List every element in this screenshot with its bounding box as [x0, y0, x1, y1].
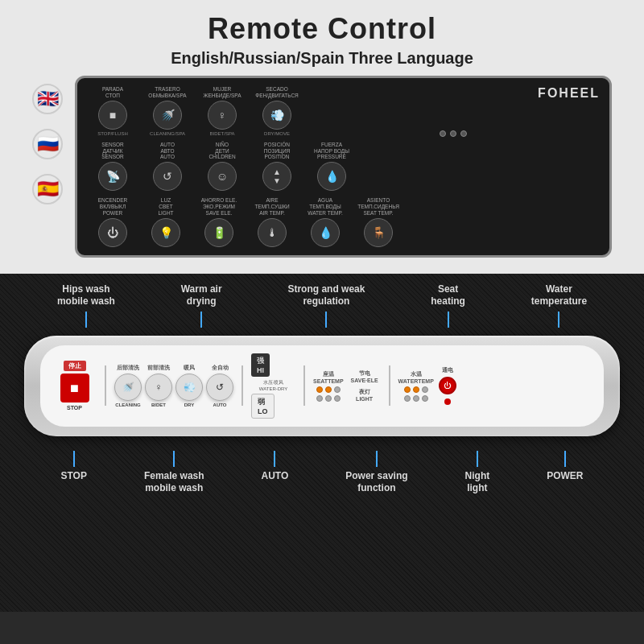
- seat-dots: [316, 386, 341, 402]
- btn-pressure[interactable]: FUERZAНАПОР ВОДЫPRESSURE 💧: [308, 142, 356, 192]
- bottom-section: Hips washmobile wash Warm airdrying Stro…: [0, 274, 644, 612]
- label-strong-weak: Strong and weakregulation: [287, 283, 365, 328]
- label-hips-wash: Hips washmobile wash: [57, 283, 115, 328]
- stop-button[interactable]: ■: [60, 374, 89, 402]
- btn-bidet[interactable]: 前部清洗 ♀ BIDET: [145, 364, 172, 407]
- top-labels-row: Hips washmobile wash Warm airdrying Stro…: [0, 274, 644, 328]
- bottom-label-female-wash: Female washmobile wash: [144, 451, 204, 495]
- separator-3: [303, 365, 305, 406]
- power-section: 通电 ⏻: [439, 366, 456, 405]
- main-btn-group: 后部清洗 🚿 CLEANING 前部清洗 ♀ BIDET 暖风 💨 DRY 全自…: [114, 364, 233, 407]
- bottom-label-night-light: Nightlight: [465, 451, 490, 495]
- water-temp-section: 水温WATERTEMP: [398, 370, 434, 402]
- btn-seat-temp[interactable]: ASIENTOТЕМП.СИДЕНЬЯSEAT TEMP. 🪑: [354, 197, 402, 246]
- flags-column: 🇬🇧 🇷🇺 🇪🇸: [32, 76, 63, 204]
- remote-panel-top: FOHEEL PARADAСТОП ■ STOP/FLUSH TRASEROОБ…: [75, 76, 612, 258]
- top-section: Remote Control English/Russian/Spain Thr…: [0, 0, 644, 274]
- btn-power[interactable]: ENCENDERВКЛ/ВЫКЛPOWER ⏻: [89, 197, 137, 246]
- sub-title: English/Russian/Spain Three Language: [16, 49, 628, 68]
- flag-ru: 🇷🇺: [32, 129, 63, 159]
- bottom-label-stop: STOP: [60, 451, 86, 495]
- main-title: Remote Control: [16, 12, 628, 46]
- remote-display-area: 🇬🇧 🇷🇺 🇪🇸 FOHEEL PARADAСТОП ■ STOP/FLUSH …: [16, 68, 628, 266]
- label-water-temp: Watertemperature: [531, 283, 587, 328]
- btn-light[interactable]: LUZСВЕТLIGHT 💡: [142, 197, 190, 246]
- bottom-labels-row: STOP Female washmobile wash AUTO Power s…: [0, 444, 644, 495]
- hi-btn[interactable]: 强HI: [251, 353, 295, 377]
- separator-2: [242, 365, 243, 406]
- stop-text: STOP: [67, 405, 82, 411]
- bottom-label-power-saving: Power savingfunction: [345, 451, 407, 495]
- btn-dry[interactable]: 暖风 💨 DRY: [175, 364, 203, 407]
- btn-cleaning[interactable]: 后部清洗 🚿 CLEANING: [114, 364, 142, 407]
- brand-label: FOHEEL: [538, 86, 600, 101]
- stop-label-cn: 停止: [64, 361, 86, 371]
- label-warm-air: Warm airdrying: [181, 283, 222, 328]
- btn-water-temp[interactable]: AGUAТЕМП.ВОДЫWATER TEMP. 💧: [301, 197, 349, 246]
- hi-lo-section: 强HI 水压·喷风WATER-DRY 弱LO: [251, 353, 295, 419]
- stop-section: 停止 ■ STOP: [52, 361, 97, 411]
- separator-1: [105, 365, 106, 406]
- flag-es: 🇪🇸: [32, 174, 63, 204]
- btn-dry-move[interactable]: SECADOФЕН/ДВИГАТЬСЯ 💨 DRY/MOVE: [253, 86, 301, 137]
- btn-auto[interactable]: AUTOАВТОAUTO ↺: [143, 142, 192, 192]
- bottom-label-auto: AUTO: [262, 451, 289, 495]
- panel-row-2: SENSORДАТЧИКSENSOR 📡 AUTOАВТОAUTO ↺ NIÑO…: [89, 142, 598, 192]
- panel-row-1: PARADAСТОП ■ STOP/FLUSH TRASEROОБМЫВКА/S…: [89, 86, 598, 137]
- seat-heating-section: 座温SEATTEMP: [313, 370, 344, 402]
- save-night-section: 节电SAVE·ELE 夜灯LIGHT: [349, 369, 381, 402]
- flag-uk: 🇬🇧: [32, 84, 63, 114]
- separator-4: [389, 365, 390, 406]
- btn-children[interactable]: NIÑOДЕТИCHILDREN ☺: [198, 142, 246, 192]
- remote-bottom-panel: 停止 ■ STOP 后部清洗 🚿 CLEANING 前部清洗 ♀ BIDET: [24, 336, 620, 436]
- btn-air-temp[interactable]: AIREТЕМП.СУШКИAIR TEMP. 🌡: [248, 197, 296, 246]
- label-seat-heating: Seatheating: [431, 283, 465, 328]
- btn-cleaning-spa[interactable]: TRASEROОБМЫВКА/SPA 🚿 CLEANING/SPA: [143, 86, 192, 137]
- remote-inner: 停止 ■ STOP 后部清洗 🚿 CLEANING 前部清洗 ♀ BIDET: [40, 345, 604, 427]
- btn-bidet-spa[interactable]: MUJERЖЕНБИДЕ/SPA ♀ BIDET/SPA: [198, 86, 246, 137]
- dots-area-1: [440, 130, 467, 137]
- panel-row-3: ENCENDERВКЛ/ВЫКЛPOWER ⏻ LUZСВЕТLIGHT 💡 A…: [89, 197, 598, 246]
- btn-position[interactable]: POSICIÓNПОЗИЦИЯPOSITION ▲▼: [253, 142, 301, 192]
- lo-btn[interactable]: 弱LO: [251, 394, 295, 419]
- power-button[interactable]: ⏻: [439, 377, 456, 394]
- btn-stop-flush[interactable]: PARADAСТОП ■ STOP/FLUSH: [89, 86, 137, 137]
- btn-save-ele[interactable]: AHORRO ELE.ЭКО.РЕЖИМSAVE ELE. 🔋: [195, 197, 243, 246]
- bottom-label-power: POWER: [547, 451, 583, 495]
- btn-auto[interactable]: 全自动 ↺ AUTO: [206, 364, 233, 407]
- btn-sensor[interactable]: SENSORДАТЧИКSENSOR 📡: [89, 142, 137, 192]
